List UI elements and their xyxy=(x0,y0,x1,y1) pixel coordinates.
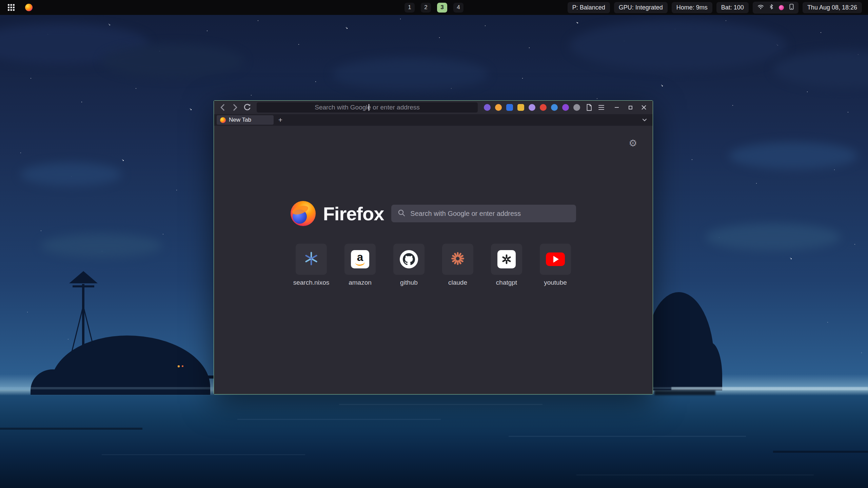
amazon-icon: a xyxy=(351,250,369,268)
display-icon[interactable] xyxy=(789,4,794,12)
shortcut-label: youtube xyxy=(544,279,567,286)
extension-1-icon[interactable] xyxy=(484,104,491,111)
extension-5-icon[interactable] xyxy=(529,104,535,111)
extension-2-icon[interactable] xyxy=(495,104,502,111)
nixos-icon xyxy=(304,251,319,267)
shortcut-tile[interactable] xyxy=(491,244,522,275)
extension-9-icon[interactable] xyxy=(573,104,580,111)
wave-shadow xyxy=(0,428,142,430)
hut-light xyxy=(182,365,183,367)
cloud xyxy=(41,234,163,258)
window-controls xyxy=(611,102,649,113)
reload-icon[interactable] xyxy=(242,102,253,113)
shortcut-youtube[interactable]: youtube xyxy=(540,244,571,286)
newtab-search-input[interactable] xyxy=(410,210,570,218)
cloud xyxy=(332,58,488,92)
wave xyxy=(509,436,746,437)
bluetooth-icon[interactable] xyxy=(769,4,773,12)
wave xyxy=(237,419,441,420)
extension-7-icon[interactable] xyxy=(551,104,558,111)
cloud xyxy=(729,142,858,169)
battery-status: Bat: 100 xyxy=(716,2,749,13)
shortcut-label: search.nixos xyxy=(293,279,330,286)
shortcut-search-nixos[interactable]: search.nixos xyxy=(296,244,327,286)
shortcut-tile[interactable] xyxy=(393,244,425,275)
maximize-button[interactable] xyxy=(625,102,636,113)
extension-icons xyxy=(482,104,582,111)
forward-icon[interactable] xyxy=(230,102,240,113)
extension-8-icon[interactable] xyxy=(562,104,569,111)
wave xyxy=(576,474,814,475)
firefox-icon xyxy=(25,4,33,11)
shortcut-label: amazon xyxy=(349,279,372,286)
shortcut-label: chatgpt xyxy=(496,279,517,286)
minimize-button[interactable] xyxy=(611,102,622,113)
island-reflection xyxy=(654,390,715,395)
workspace-2[interactable]: 2 xyxy=(421,3,431,13)
status-bar: 1 2 3 4 P: Balanced GPU: Integrated Home… xyxy=(0,0,868,15)
cloud xyxy=(570,20,787,71)
github-icon xyxy=(400,250,418,268)
shortcut-claude[interactable]: claude xyxy=(442,244,473,286)
firefox-launcher-icon[interactable] xyxy=(24,2,34,13)
firefox-wordmark: Firefox xyxy=(323,203,384,225)
save-page-icon[interactable] xyxy=(584,102,594,113)
newtab-hero: Firefox xyxy=(214,201,653,226)
island-hut xyxy=(170,360,194,378)
newtab-search xyxy=(391,205,576,222)
shortcut-tile[interactable]: a xyxy=(344,244,376,275)
shortcuts-row: search.nixos a amazon xyxy=(214,244,653,286)
menu-hamburger-icon[interactable] xyxy=(596,102,607,113)
shortcut-amazon[interactable]: a amazon xyxy=(344,244,376,286)
tab-new-tab[interactable]: New Tab xyxy=(217,115,274,125)
cloud xyxy=(102,44,244,78)
workspace-1[interactable]: 1 xyxy=(405,3,415,13)
list-tabs-chevron-icon[interactable] xyxy=(639,115,650,125)
browser-toolbar xyxy=(214,101,653,114)
workspace-3[interactable]: 3 xyxy=(437,3,447,13)
claude-icon xyxy=(450,251,465,267)
workspace-label: 3 xyxy=(440,4,443,11)
tab-favicon xyxy=(220,117,226,123)
statusbar-right: P: Balanced GPU: Integrated Home: 9ms Ba… xyxy=(568,2,862,14)
workspace-label: 2 xyxy=(424,4,427,11)
workspace-4[interactable]: 4 xyxy=(453,3,463,13)
shortcut-tile[interactable] xyxy=(442,244,473,275)
power-profile-status[interactable]: P: Balanced xyxy=(568,2,610,13)
apps-grid-icon[interactable] xyxy=(6,2,16,13)
tab-label: New Tab xyxy=(229,117,251,123)
statusbar-left xyxy=(6,2,34,13)
indicator-icon[interactable] xyxy=(779,5,784,10)
cloud xyxy=(20,163,122,186)
shortcut-tile[interactable] xyxy=(540,244,571,275)
gpu-status: GPU: Integrated xyxy=(614,2,668,13)
cloud xyxy=(705,224,841,251)
shortcut-chatgpt[interactable]: chatgpt xyxy=(491,244,522,286)
watchtower-platform xyxy=(73,285,94,287)
wifi-icon[interactable] xyxy=(757,4,764,11)
wave-shadow xyxy=(773,451,868,453)
text-caret xyxy=(369,104,369,111)
wave xyxy=(339,404,542,405)
personalize-gear-icon[interactable]: ⚙ xyxy=(629,139,637,148)
shortcut-label: claude xyxy=(448,279,467,286)
chatgpt-icon xyxy=(497,250,516,268)
extension-3-icon[interactable] xyxy=(506,104,513,111)
url-input[interactable] xyxy=(257,102,478,113)
shortcut-github[interactable]: github xyxy=(393,244,425,286)
firefox-logo xyxy=(291,201,316,226)
workspace-switcher: 1 2 3 4 xyxy=(405,3,463,13)
new-tab-button[interactable]: + xyxy=(276,115,285,125)
workspace-label: 1 xyxy=(408,4,411,11)
hut-light xyxy=(178,365,180,367)
shortcut-label: github xyxy=(400,279,418,286)
extension-4-icon[interactable] xyxy=(517,104,524,111)
url-bar xyxy=(257,102,478,113)
shortcut-tile[interactable] xyxy=(296,244,327,275)
extension-6-icon[interactable] xyxy=(540,104,547,111)
wave xyxy=(102,454,305,455)
watchtower-roof xyxy=(69,271,98,283)
newtab-page: ⚙ Firefox xyxy=(214,126,653,394)
close-button[interactable] xyxy=(638,102,649,113)
back-icon[interactable] xyxy=(217,102,228,113)
